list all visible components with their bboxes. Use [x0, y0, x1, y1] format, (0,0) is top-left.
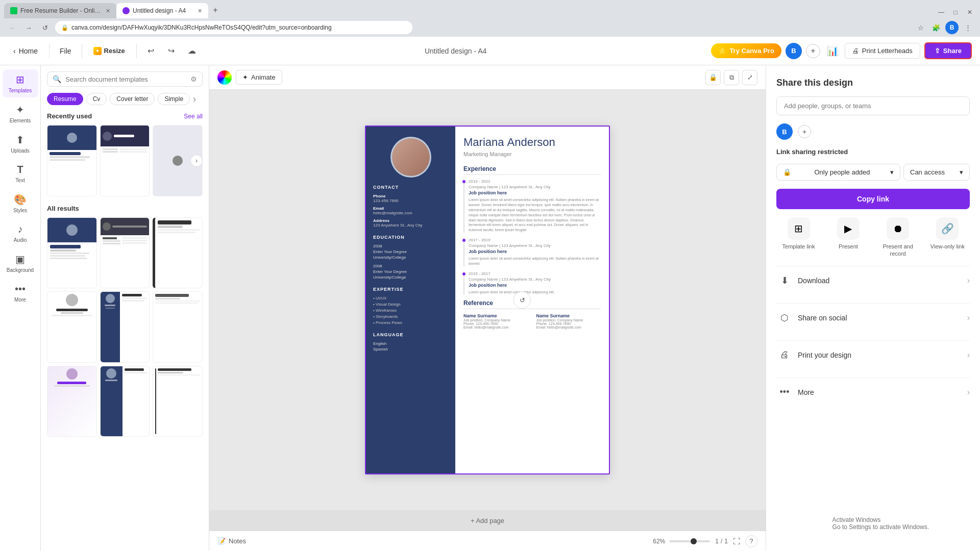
filter-icon[interactable]: ⚙: [190, 75, 197, 83]
tab1-close[interactable]: ✕: [106, 8, 110, 14]
sidebar-item-uploads[interactable]: ⬆ Uploads: [3, 130, 38, 158]
share-button[interactable]: ⇧ Share: [924, 42, 972, 59]
close-button[interactable]: ✕: [964, 6, 976, 18]
sidebar-item-audio[interactable]: ♪ Audio: [3, 219, 38, 247]
home-button[interactable]: ‹ Home: [8, 44, 43, 58]
maximize-button[interactable]: □: [949, 6, 962, 18]
extensions-icon[interactable]: 🧩: [930, 21, 942, 34]
address-bar[interactable]: 🔒 canva.com/design/DAFHwXuqyik/3DNKu3RcH…: [55, 21, 412, 34]
template-item-4[interactable]: [47, 291, 97, 363]
add-collaborator-button[interactable]: +: [806, 44, 820, 58]
edu1-school: University/College: [373, 255, 448, 260]
share-social-action[interactable]: ⬡ Share on social ›: [776, 303, 970, 332]
share-panel: Share this design B + Link sharing restr…: [766, 65, 980, 551]
expand-page-button[interactable]: ⤢: [742, 70, 757, 85]
sidebar-item-templates[interactable]: ⊞ Templates: [3, 69, 38, 97]
sidebar-item-background[interactable]: ▣ Background: [3, 249, 38, 277]
download-action[interactable]: ⬇ Download ›: [776, 266, 970, 295]
sidebar-item-more[interactable]: ••• More: [3, 279, 38, 307]
recently-used-nav-arrow[interactable]: ›: [190, 155, 203, 167]
ref1-name: Name Surname: [463, 313, 528, 318]
print-letterheads-button[interactable]: 🖨 Print Letterheads: [845, 43, 920, 59]
copy-link-button[interactable]: Copy link: [776, 189, 970, 209]
file-menu[interactable]: File: [56, 44, 76, 58]
share-option-view-only[interactable]: 🔗 View-only link: [925, 217, 970, 258]
template-item-recent-1[interactable]: [47, 125, 97, 196]
uploads-label: Uploads: [11, 148, 30, 154]
download-action-left: ⬇ Download: [776, 272, 829, 289]
redo-button[interactable]: ↪: [163, 43, 180, 59]
template-item-9[interactable]: [153, 366, 203, 437]
copy-page-button[interactable]: ⧉: [724, 70, 739, 85]
job-company: Company Name | 123 Anywhere St., Any Cit…: [469, 243, 601, 248]
share-social-chevron: ›: [967, 313, 970, 322]
bookmark-icon[interactable]: ☆: [915, 21, 927, 34]
template-item-5[interactable]: [100, 291, 150, 363]
template-item-7[interactable]: [47, 366, 97, 437]
color-wheel[interactable]: [217, 70, 232, 85]
share-option-present[interactable]: ▶ Present: [826, 217, 870, 258]
more-action-left: ••• More: [776, 384, 814, 400]
refresh-canvas-button[interactable]: ↺: [513, 291, 531, 309]
share-option-template-link[interactable]: ⊞ Template link: [776, 217, 821, 258]
see-all-button[interactable]: See all: [184, 113, 203, 120]
recently-used-header: Recently used See all: [47, 112, 203, 120]
share-option-present-record[interactable]: ⏺ Present and record: [876, 217, 920, 258]
permission-people-select[interactable]: 🔒 Only people added ▾: [776, 164, 900, 181]
languages-list: EnglishSpanish: [373, 341, 448, 352]
template-item-8[interactable]: [100, 366, 150, 437]
zoom-value: 62%: [653, 538, 665, 545]
zoom-slider[interactable]: [669, 540, 710, 542]
print-design-action[interactable]: 🖨 Print your design ›: [776, 340, 970, 369]
tab2-close[interactable]: ✕: [198, 8, 202, 14]
notes-button[interactable]: 📝 Notes: [217, 537, 246, 545]
lock-page-button[interactable]: 🔒: [705, 70, 721, 85]
templates-label: Templates: [9, 88, 32, 93]
tag-cv[interactable]: Cv: [86, 93, 107, 105]
template-item-6[interactable]: [153, 291, 203, 363]
animate-button[interactable]: ✦ Animate: [236, 70, 282, 85]
permission-label: Only people added: [814, 168, 870, 176]
more-icon: •••: [15, 283, 26, 295]
undo-button[interactable]: ↩: [143, 43, 159, 59]
back-button[interactable]: ←: [6, 21, 18, 34]
fullscreen-button[interactable]: ⛶: [733, 537, 740, 545]
template-item-recent-2[interactable]: [100, 125, 150, 196]
add-page-button[interactable]: + Add page: [209, 510, 766, 531]
sidebar-item-styles[interactable]: 🎨 Styles: [3, 189, 38, 217]
template-item-1[interactable]: [47, 217, 97, 289]
forward-button[interactable]: →: [22, 21, 35, 34]
tab-1[interactable]: Free Resume Builder - Online Re... ✕: [4, 3, 116, 18]
windows-activate-watermark: Activate Windows Go to Settings to activ…: [832, 516, 929, 531]
download-label: Download: [798, 277, 829, 285]
minimize-button[interactable]: —: [935, 6, 947, 18]
user-avatar[interactable]: B: [786, 43, 802, 59]
more-action[interactable]: ••• More ›: [776, 378, 970, 407]
permission-access-select[interactable]: Can access ▾: [903, 164, 970, 181]
template-item-3[interactable]: [153, 217, 203, 289]
menu-icon[interactable]: ⋮: [962, 21, 974, 34]
sidebar-item-text[interactable]: T Text: [3, 160, 38, 187]
tab-2[interactable]: Untitled design - A4 ✕: [116, 3, 208, 18]
profile-icon[interactable]: B: [945, 21, 959, 34]
analytics-button[interactable]: 📊: [824, 43, 841, 59]
add-collab-button[interactable]: +: [798, 125, 811, 138]
sidebar-item-elements[interactable]: ✦ Elements: [3, 99, 38, 128]
share-search-input[interactable]: [776, 96, 970, 115]
tag-cover-letter[interactable]: Cover letter: [110, 93, 155, 105]
resume-first-name: Mariana: [463, 136, 504, 148]
search-input[interactable]: [65, 76, 186, 83]
new-tab-button[interactable]: +: [208, 3, 223, 17]
address-label: Address: [373, 218, 448, 223]
tag-resume[interactable]: Resume: [47, 93, 83, 105]
cloud-button[interactable]: ☁: [184, 43, 200, 59]
edu2-year: 2008: [373, 264, 448, 268]
tag-simple[interactable]: Simple: [158, 93, 190, 105]
try-canva-pro-button[interactable]: ⭐ Try Canva Pro: [711, 43, 781, 58]
help-button[interactable]: ?: [745, 535, 757, 547]
tag-more-arrow[interactable]: ›: [193, 94, 196, 105]
resize-button[interactable]: ✦ Resize: [88, 44, 130, 58]
canvas-wrapper[interactable]: Contact Phone 123-456-7890 Email hello@m…: [209, 90, 766, 510]
reload-button[interactable]: ↺: [39, 21, 51, 34]
template-item-2[interactable]: [100, 217, 150, 289]
